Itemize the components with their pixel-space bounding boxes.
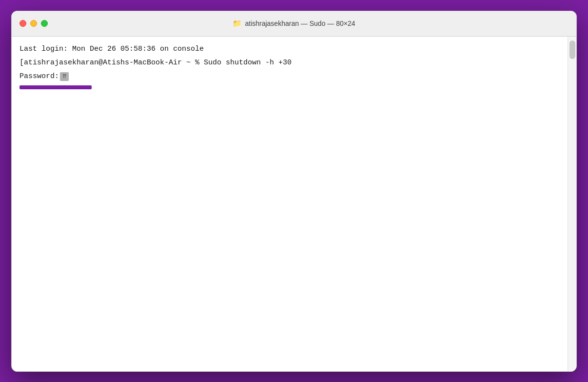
close-button[interactable] — [20, 20, 26, 27]
title-text: 📁 atishrajasekharan — Sudo — 80×24 — [233, 19, 355, 28]
password-line: Password: ⁇ — [20, 70, 559, 83]
window-title: atishrajasekharan — Sudo — 80×24 — [245, 20, 355, 27]
password-prompt: Password: — [20, 70, 59, 83]
maximize-button[interactable] — [41, 20, 48, 27]
terminal-body[interactable]: Last login: Mon Dec 26 05:58:36 on conso… — [12, 37, 576, 95]
scrollbar[interactable] — [568, 37, 576, 371]
password-icon: ⁇ — [60, 72, 69, 81]
title-bar: 📁 atishrajasekharan — Sudo — 80×24 — [12, 11, 576, 37]
window-controls — [20, 20, 48, 27]
terminal-line-1: Last login: Mon Dec 26 05:58:36 on conso… — [20, 42, 559, 56]
terminal-content: Last login: Mon Dec 26 05:58:36 on conso… — [20, 42, 568, 89]
folder-icon: 📁 — [233, 19, 242, 28]
scrollbar-thumb[interactable] — [569, 40, 575, 59]
minimize-button[interactable] — [30, 20, 37, 27]
terminal-line-2: [atishrajasekharan@Atishs-MacBook-Air ~ … — [20, 56, 559, 70]
password-input-bar[interactable] — [20, 85, 92, 89]
terminal-window: 📁 atishrajasekharan — Sudo — 80×24 Last … — [11, 11, 577, 372]
